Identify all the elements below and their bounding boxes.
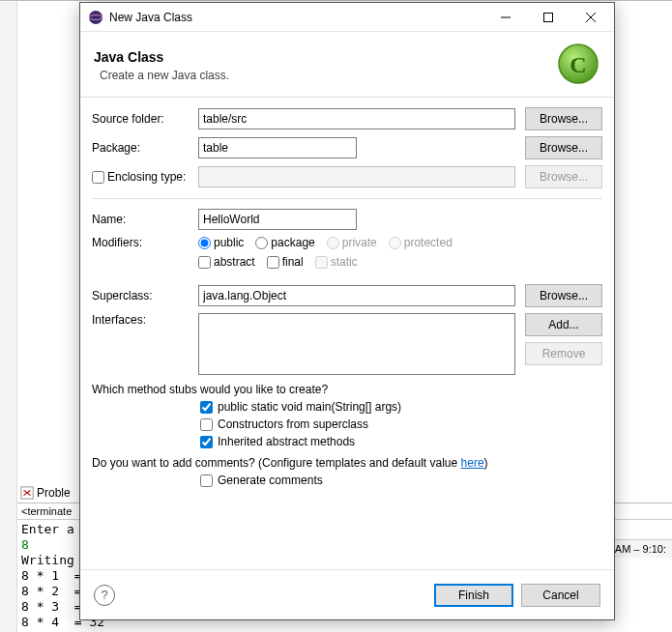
modifier-public-radio[interactable] — [198, 237, 211, 249]
source-folder-label: Source folder: — [92, 112, 198, 126]
superclass-input[interactable] — [198, 285, 515, 306]
titlebar: New Java Class — [80, 3, 614, 32]
cancel-button[interactable]: Cancel — [521, 584, 600, 607]
header-title: Java Class — [94, 49, 229, 65]
class-wizard-icon: C — [556, 42, 600, 89]
problems-tab[interactable]: Proble — [37, 486, 71, 500]
name-label: Name: — [92, 213, 198, 226]
finish-button[interactable]: Finish — [434, 584, 513, 607]
package-input[interactable] — [198, 137, 357, 158]
browse-enclosing-button: Browse... — [525, 165, 602, 188]
generate-comments-checkbox[interactable] — [200, 474, 213, 487]
browse-superclass-button[interactable]: Browse... — [525, 284, 602, 307]
browse-package-button[interactable]: Browse... — [525, 136, 602, 159]
help-icon[interactable]: ? — [94, 585, 115, 606]
editor-gutter — [0, 1, 17, 632]
console-status: <terminate — [21, 505, 72, 517]
interfaces-label: Interfaces: — [92, 313, 198, 327]
svg-point-1 — [89, 11, 102, 24]
enclosing-type-input — [198, 166, 515, 187]
modifier-package-radio[interactable] — [255, 237, 268, 249]
new-class-dialog: New Java Class Java Class Create a new J… — [79, 2, 615, 620]
add-interface-button[interactable]: Add... — [525, 313, 602, 336]
superclass-label: Superclass: — [92, 289, 198, 302]
modifiers-label: Modifiers: — [92, 236, 198, 249]
svg-text:C: C — [570, 52, 586, 77]
svg-rect-3 — [544, 13, 553, 21]
minimize-button[interactable] — [484, 4, 527, 31]
abstract-checkbox[interactable] — [198, 256, 211, 269]
browse-source-button[interactable]: Browse... — [525, 107, 602, 130]
close-button[interactable] — [570, 4, 612, 31]
comments-question: Do you want to add comments? (Configure … — [92, 456, 602, 470]
dialog-header: Java Class Create a new Java class. C — [80, 32, 614, 98]
static-checkbox — [315, 256, 328, 269]
inherited-stub-checkbox[interactable] — [200, 436, 213, 448]
interfaces-list[interactable] — [198, 313, 515, 375]
enclosing-type-label: Enclosing type: — [107, 170, 186, 184]
header-subtitle: Create a new Java class. — [94, 69, 229, 82]
remove-interface-button: Remove — [525, 342, 602, 365]
dialog-title: New Java Class — [109, 11, 484, 24]
modifier-protected-radio — [389, 237, 401, 249]
stubs-question: Which method stubs would you like to cre… — [92, 383, 602, 396]
maximize-button[interactable] — [527, 4, 570, 31]
constructors-stub-checkbox[interactable] — [200, 418, 213, 431]
name-input[interactable] — [198, 209, 357, 230]
eclipse-icon — [88, 10, 103, 25]
enclosing-type-checkbox[interactable] — [92, 171, 104, 184]
source-folder-input[interactable] — [198, 108, 515, 129]
package-label: Package: — [92, 141, 198, 155]
configure-templates-link[interactable]: here — [461, 456, 484, 470]
final-checkbox[interactable] — [267, 256, 279, 269]
main-stub-checkbox[interactable] — [200, 401, 213, 414]
dialog-footer: ? Finish Cancel — [80, 569, 614, 619]
dialog-content: Source folder: Browse... Package: Browse… — [80, 98, 614, 569]
modifier-private-radio — [327, 237, 339, 249]
problems-icon — [20, 486, 34, 500]
